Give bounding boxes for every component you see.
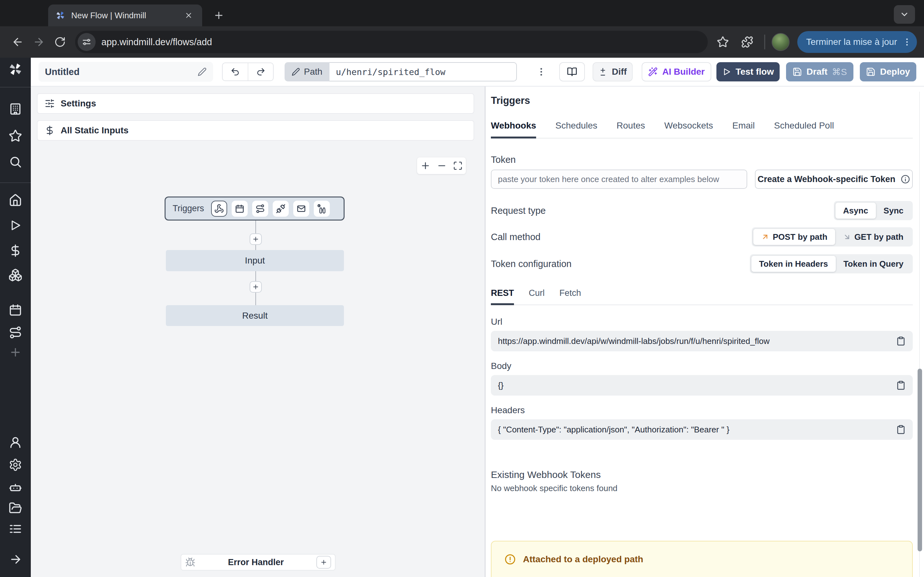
bookmark-button[interactable] [712,31,733,53]
copy-body-button[interactable] [896,380,906,390]
trigger-webhook-button[interactable] [211,201,227,217]
address-bar[interactable]: app.windmill.dev/flows/add [75,31,708,53]
copy-url-button[interactable] [896,336,906,346]
clipboard-icon [896,425,906,434]
tab-search-chevron-button[interactable] [894,5,915,24]
path-input[interactable]: u/henri/spirited_flow [330,62,517,81]
redo-button[interactable] [248,63,273,81]
input-node[interactable]: Input [166,250,344,271]
static-inputs-row[interactable]: All Static Inputs [37,120,474,141]
add-step-button[interactable] [250,234,262,245]
fit-view-button[interactable] [453,161,463,171]
trigger-websocket-button[interactable] [273,201,289,217]
option-get-by-path[interactable]: GET by path [835,229,911,245]
sidebar-item-runs[interactable] [0,215,31,235]
sidebar-item-workers[interactable] [0,477,31,498]
tab-rest[interactable]: REST [491,288,514,305]
add-error-handler-button[interactable] [317,556,331,569]
option-post-by-path[interactable]: POST by path [753,229,835,245]
kebab-menu-icon[interactable] [902,37,912,47]
sidebar-item-logs[interactable] [0,519,31,539]
tab-schedules[interactable]: Schedules [556,121,598,138]
call-method-toggle: POST by path GET by path [752,227,913,247]
triggers-detail-panel: Triggers Webhooks Schedules Routes Webso… [486,87,924,577]
sidebar-expand-button[interactable] [0,549,31,570]
trigger-scheduled-poll-button[interactable] [314,201,330,217]
ai-builder-button[interactable]: AI Builder [642,62,711,81]
update-button-label: Terminer la mise à jour [806,37,897,47]
sidebar-item-add[interactable] [0,342,31,363]
trigger-schedule-button[interactable] [232,201,248,217]
tab-scheduled-poll[interactable]: Scheduled Poll [774,121,834,138]
sidebar-item-schedules[interactable] [0,300,31,320]
wand-sparkles-icon [648,67,658,77]
extensions-button[interactable] [737,31,758,53]
flow-name-input[interactable]: Untitled [39,62,213,82]
request-type-row: Request type Async Sync [491,201,913,220]
more-options-button[interactable] [535,62,548,81]
zoom-in-button[interactable] [420,161,431,171]
arrow-down-right-icon [843,233,851,241]
canvas-zoom-controls [417,157,466,174]
sidebar-item-settings[interactable] [0,455,31,475]
option-token-in-headers[interactable]: Token in Headers [751,256,836,272]
diff-button[interactable]: Diff [593,62,633,81]
option-token-in-query[interactable]: Token in Query [836,256,911,272]
triggers-node[interactable]: Triggers [165,197,344,221]
option-async[interactable]: Async [835,203,876,219]
sidebar-item-resources[interactable] [0,265,31,285]
sidebar-item-favorites[interactable] [0,126,31,146]
deploy-button[interactable]: Deploy [860,62,917,81]
option-sync[interactable]: Sync [876,203,911,219]
path-edit-button[interactable]: Path [284,62,330,81]
error-handler-node[interactable]: Error Handler [181,554,336,571]
sidebar-item-flows[interactable] [0,322,31,343]
copy-headers-button[interactable] [896,425,906,434]
browser-tab[interactable]: New Flow | Windmill [48,5,202,26]
clipboard-icon [896,380,906,390]
sidebar-item-variables[interactable] [0,240,31,261]
reload-button[interactable] [49,31,71,53]
scrollbar-thumb[interactable] [918,369,922,551]
sidebar-item-home[interactable] [0,190,31,211]
token-input[interactable] [491,169,747,189]
tab-routes[interactable]: Routes [617,121,645,138]
sidebar-item-search[interactable] [0,152,31,172]
forward-button[interactable] [28,31,49,53]
add-step-button[interactable] [250,281,262,293]
tab-close-icon[interactable] [182,9,195,22]
draft-button[interactable]: Draft ⌘S [786,62,853,81]
tab-fetch[interactable]: Fetch [559,288,582,305]
new-tab-button[interactable] [209,6,228,25]
browser-chrome: New Flow | Windmill app.windmill.dev/flo… [0,0,924,58]
sidebar-item-folders[interactable] [0,498,31,518]
home-icon [9,193,22,207]
create-webhook-token-button[interactable]: Create a Webhook-specific Token [755,169,913,189]
windmill-logo[interactable] [0,59,31,79]
sidebar-item-workspace[interactable] [0,99,31,119]
tab-email[interactable]: Email [732,121,755,138]
result-node[interactable]: Result [166,305,344,326]
flow-settings-row[interactable]: Settings [37,93,474,114]
trigger-email-button[interactable] [293,201,309,217]
back-button[interactable] [7,31,28,53]
trigger-route-button[interactable] [252,201,268,217]
tab-curl[interactable]: Curl [529,288,545,305]
arrow-right-icon [9,553,22,566]
zoom-out-button[interactable] [437,161,447,171]
url-box: https://app.windmill.dev/api/w/windmill-… [491,331,913,351]
call-method-label: Call method [491,232,541,242]
plus-icon [252,284,259,290]
tab-websockets[interactable]: Websockets [664,121,713,138]
undo-button[interactable] [223,63,248,81]
docs-button[interactable] [559,62,585,81]
test-flow-button[interactable]: Test flow [716,62,780,81]
trigger-tabs: Webhooks Schedules Routes Websockets Ema… [491,121,913,139]
sidebar-item-user[interactable] [0,432,31,453]
body-label: Body [491,361,913,371]
profile-avatar[interactable] [772,33,790,51]
site-settings-button[interactable] [78,33,95,51]
tab-webhooks[interactable]: Webhooks [491,121,536,139]
browser-update-button[interactable]: Terminer la mise à jour [797,31,917,53]
undo-icon [230,67,240,77]
